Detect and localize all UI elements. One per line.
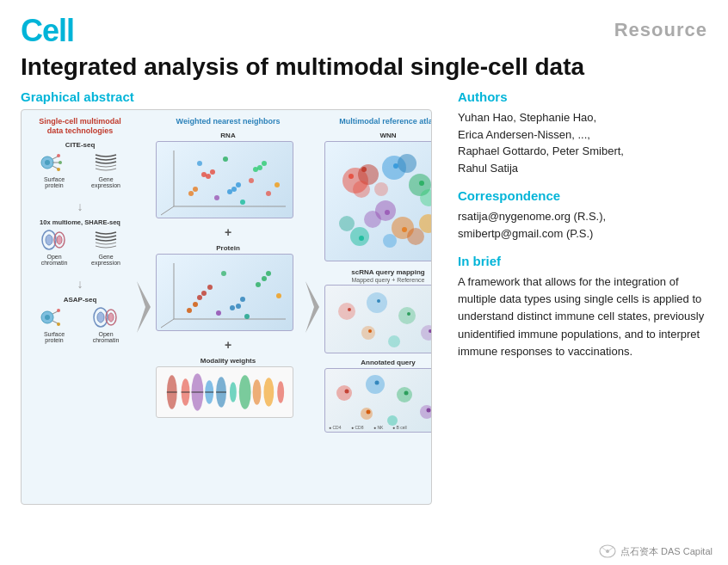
- svg-point-51: [240, 297, 245, 302]
- email-1: rsatija@nygenome.org (R.S.),: [458, 210, 606, 223]
- correspondence-text: rsatija@nygenome.org (R.S.), smibertp@gm…: [458, 208, 707, 242]
- rna-label: RNA: [156, 132, 300, 139]
- svg-point-43: [249, 178, 254, 183]
- svg-text:● NK: ● NK: [373, 425, 384, 430]
- svg-point-17: [57, 322, 60, 326]
- svg-line-6: [52, 166, 58, 169]
- modality-weights-section: Modality weights: [156, 357, 300, 418]
- asap-icons: [28, 306, 132, 329]
- multiome-sublabels: Open chromatin Gene expression: [28, 254, 132, 266]
- gene-expression-label-2: Gene expression: [89, 254, 122, 266]
- surface-protein-label: Surface protein: [38, 176, 71, 188]
- svg-point-100: [359, 236, 364, 241]
- big-arrow-2: [305, 117, 319, 497]
- email-2: smibertp@gmail.com (P.S.): [458, 227, 593, 240]
- wnn-label: WNN: [324, 132, 432, 139]
- correspondence-title: Correspondence: [458, 188, 707, 203]
- asap-seq-section: ASAP-seq: [28, 296, 132, 346]
- svg-point-90: [339, 216, 355, 231]
- svg-point-115: [420, 405, 432, 419]
- watermark: 点石资本 DAS Capital: [599, 544, 713, 558]
- svg-point-7: [57, 168, 60, 171]
- svg-point-59: [244, 314, 250, 319]
- annotated-query-label: Annotated query: [324, 359, 432, 366]
- svg-point-97: [419, 181, 424, 186]
- authors-text: Yuhan Hao, Stephanie Hao, Erica Andersen…: [458, 109, 707, 176]
- svg-point-58: [216, 310, 221, 316]
- svg-point-128: [606, 550, 609, 553]
- svg-point-122: [367, 409, 371, 414]
- author-line-4: Rahul Satija: [458, 162, 518, 175]
- big-arrow: [137, 117, 151, 497]
- correspondence-section: Correspondence rsatija@nygenome.org (R.S…: [458, 188, 707, 242]
- svg-point-110: [429, 329, 432, 333]
- graphical-abstract-title: Graphical abstract: [21, 89, 434, 104]
- svg-point-111: [368, 329, 372, 333]
- svg-point-40: [266, 191, 271, 196]
- svg-line-14: [52, 311, 58, 314]
- svg-point-3: [57, 154, 60, 157]
- svg-point-1: [45, 160, 50, 165]
- svg-line-129: [602, 547, 606, 550]
- inbrief-text: A framework that allows for the integrat…: [458, 273, 707, 360]
- svg-point-69: [253, 379, 262, 405]
- modality-weights-label: Modality weights: [156, 357, 300, 365]
- svg-point-118: [345, 389, 349, 393]
- svg-point-68: [239, 375, 251, 409]
- svg-point-57: [193, 302, 198, 307]
- svg-point-119: [375, 380, 379, 384]
- svg-point-121: [427, 408, 431, 412]
- svg-point-99: [402, 227, 407, 232]
- svg-point-47: [201, 291, 207, 296]
- asap-surface-label: Surface protein: [38, 331, 71, 343]
- wnn-title-label: Weighted nearest neighbors: [156, 117, 300, 126]
- annotated-query-svg: ● CD4 ● CD8 ● NK ● B cell: [325, 369, 432, 433]
- arrow-down-2: ↓: [28, 277, 132, 291]
- cite-seq-label: CITE-seq: [28, 141, 132, 149]
- open-chromatin-label: Open chromatin: [38, 254, 71, 266]
- svg-point-82: [398, 154, 416, 173]
- svg-point-116: [361, 408, 373, 420]
- svg-point-55: [256, 282, 261, 287]
- svg-point-21: [108, 313, 114, 322]
- svg-point-113: [366, 375, 385, 394]
- svg-point-19: [97, 312, 104, 322]
- cite-seq-icons: [28, 151, 132, 174]
- svg-line-46: [161, 319, 174, 328]
- svg-point-13: [45, 315, 50, 320]
- right-arrow-icon: [137, 273, 151, 341]
- svg-point-71: [277, 381, 284, 403]
- svg-point-67: [230, 382, 237, 402]
- content-row: Graphical abstract Single-cell multimoda…: [21, 89, 707, 505]
- svg-point-39: [275, 182, 280, 187]
- svg-line-130: [609, 547, 614, 550]
- multiome-label: 10x multiome, SHARE-seq: [28, 218, 132, 226]
- svg-point-109: [407, 312, 410, 316]
- surface-protein-icon: [40, 151, 68, 174]
- inbrief-title: In brief: [458, 254, 707, 268]
- svg-point-37: [214, 195, 219, 200]
- svg-point-27: [210, 169, 215, 175]
- svg-point-34: [253, 167, 258, 172]
- svg-line-25: [161, 206, 174, 215]
- arrow-down-1: ↓: [28, 200, 132, 213]
- svg-text:● CD4: ● CD4: [329, 425, 342, 430]
- svg-point-102: [367, 292, 387, 313]
- svg-point-70: [263, 378, 274, 407]
- ab-col-wnn: Weighted nearest neighbors RNA: [156, 117, 300, 497]
- asap-sublabels: Surface protein Open chromatin: [28, 331, 132, 343]
- cite-seq-section: CITE-seq: [28, 141, 132, 191]
- open-chromatin-icon: [40, 229, 68, 251]
- svg-point-114: [397, 387, 412, 402]
- author-line-2: Erica Andersen-Nissen, ...,: [458, 128, 590, 141]
- wnn-section: WNN: [324, 132, 432, 261]
- svg-point-60: [276, 293, 281, 298]
- plus-sign-2: +: [156, 338, 300, 352]
- svg-point-120: [404, 390, 409, 395]
- svg-point-54: [266, 271, 271, 276]
- svg-point-5: [59, 161, 62, 164]
- atlas-title-label: Multimodal reference atlas: [324, 117, 432, 126]
- svg-point-42: [223, 157, 228, 162]
- svg-point-106: [388, 335, 400, 347]
- svg-marker-77: [305, 281, 319, 333]
